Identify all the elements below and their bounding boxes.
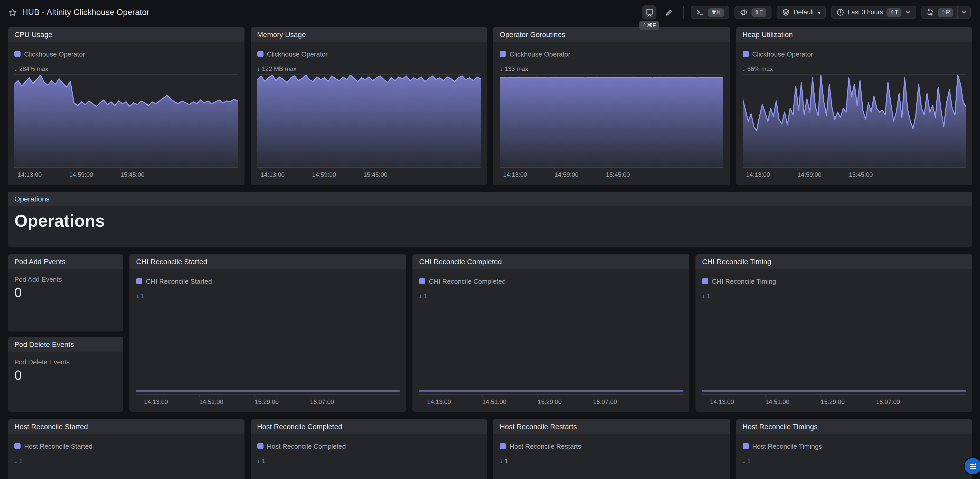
refresh-interval-dropdown[interactable] [958, 6, 970, 19]
panel-header[interactable]: Operator Goroutines [493, 27, 730, 42]
dashboard-title[interactable]: HUB - Altinity Clickhouse Operator [22, 8, 150, 17]
x-axis-tick-label: 15:45:00 [121, 171, 144, 178]
panel-title[interactable]: Operator Goroutines [500, 30, 565, 38]
panel-title[interactable]: CHI Reconcile Started [136, 257, 207, 266]
panel-header[interactable]: CPU Usage [8, 27, 244, 42]
legend-item[interactable]: Clickhouse Operator [500, 49, 723, 59]
panel-title[interactable]: Host Reconcile Timings [743, 423, 818, 431]
panel-header[interactable]: Pod Delete Events [8, 337, 123, 351]
x-axis-tick-label: 15:29:00 [821, 398, 845, 405]
x-axis-tick-label: 14:13:00 [18, 171, 41, 178]
nav-toolbar: ⇧⌘F ⌘K [642, 5, 971, 19]
series-max-label: ↓ 1 [702, 292, 966, 300]
toolbar-divider [683, 6, 684, 19]
legend-item[interactable]: CHI Reconcile Completed [419, 276, 682, 286]
panel-header[interactable]: Memory Usage [250, 27, 487, 42]
panel-body: Host Reconcile Completed↓ 114:13:0014:51… [250, 434, 487, 479]
legend-swatch [419, 278, 425, 284]
panel-header[interactable]: Pod Add Events [8, 254, 123, 269]
panel-title[interactable]: CHI Reconcile Timing [702, 257, 771, 266]
edit-dashboard-button[interactable] [662, 5, 676, 19]
legend-label: Host Reconcile Completed [267, 442, 346, 450]
panel-title[interactable]: Operations [14, 195, 49, 203]
panel-header[interactable]: Host Reconcile Timings [736, 419, 972, 434]
environment-dropdown[interactable]: Default ▾ [776, 6, 826, 19]
series-max-label: ↓ 122 MB max [257, 65, 480, 73]
x-axis-tick-label: 14:13:00 [144, 398, 168, 405]
star-icon[interactable] [8, 8, 17, 17]
panel-memory-usage: Memory UsageClickhouse Operator↓ 122 MB … [250, 27, 487, 185]
panel-title[interactable]: Host Reconcile Restarts [500, 423, 577, 431]
panel-header[interactable]: Host Reconcile Started [8, 419, 244, 434]
timeseries-chart[interactable]: 14:13:0014:59:0015:45:00 [500, 75, 723, 181]
series-max-label: ↓ 1 [136, 292, 399, 300]
search-button[interactable]: ⌘K [691, 6, 729, 19]
legend-item[interactable]: Host Reconcile Timings [743, 441, 966, 451]
stat-value: 0 [14, 285, 116, 301]
panel-title[interactable]: Pod Delete Events [14, 340, 74, 348]
x-axis-tick-label: 15:45:00 [848, 171, 872, 178]
series-max-label: ↓ 133 max [500, 65, 723, 73]
panel-host-reconcile-completed: Host Reconcile CompletedHost Reconcile C… [250, 419, 487, 479]
legend-item[interactable]: Host Reconcile Completed [257, 441, 480, 451]
panel-header[interactable]: CHI Reconcile Completed [412, 254, 689, 269]
x-axis-tick-label: 14:13:00 [261, 171, 284, 178]
legend-item[interactable]: CHI Reconcile Timing [702, 276, 966, 286]
series-max-label: ↓ 284% max [14, 65, 237, 73]
kiosk-mode-button[interactable]: ⇧⌘F [642, 5, 657, 19]
chevron-down-icon [905, 9, 911, 15]
legend-item[interactable]: Host Reconcile Restarts [500, 441, 723, 451]
panel-title[interactable]: Memory Usage [257, 30, 306, 38]
panel-title[interactable]: CPU Usage [14, 30, 52, 38]
timeseries-chart[interactable]: 14:13:0014:51:0015:29:0016:07:00 [14, 467, 237, 479]
timeseries-chart[interactable]: 14:13:0014:51:0015:29:0016:07:00 [743, 467, 966, 479]
x-axis-tick-label: 15:45:00 [606, 171, 630, 178]
refresh-icon [926, 8, 934, 16]
clock-icon [836, 8, 844, 16]
timeseries-chart[interactable]: 14:13:0014:51:0015:29:0016:07:00 [500, 467, 723, 479]
kiosk-shortcut-tooltip: ⇧⌘F [639, 21, 659, 30]
timeseries-chart[interactable]: 14:13:0014:59:0015:45:00 [743, 75, 966, 181]
legend-swatch [257, 443, 263, 449]
x-axis-tick-label: 14:51:00 [199, 398, 223, 405]
panel-row-operations-header: OperationsOperations [8, 192, 972, 247]
panel-header[interactable]: Heap Utilization [736, 27, 972, 42]
floating-menu-button[interactable] [964, 458, 980, 474]
refresh-button[interactable]: ⇧R [922, 6, 958, 19]
timeseries-chart[interactable]: 14:13:0014:51:0015:29:0016:07:00 [419, 302, 682, 408]
panel-header[interactable]: CHI Reconcile Started [129, 254, 406, 269]
panel-title[interactable]: Host Reconcile Completed [257, 423, 342, 431]
panel-header[interactable]: CHI Reconcile Timing [695, 254, 972, 269]
explore-button[interactable]: ⇧E [734, 6, 772, 19]
panel-title[interactable]: Heap Utilization [743, 30, 793, 38]
panel-pod-delete-events: Pod Delete EventsPod Delete Events0 [8, 337, 123, 412]
legend-item[interactable]: CHI Reconcile Started [136, 276, 399, 286]
refresh-shortcut-badge: ⇧R [938, 8, 953, 17]
x-axis-tick-label: 16:07:00 [593, 398, 617, 405]
timeseries-chart[interactable]: 14:13:0014:59:0015:45:00 [257, 75, 480, 181]
timeseries-chart[interactable]: 14:13:0014:51:0015:29:0016:07:00 [136, 302, 399, 408]
legend-item[interactable]: Clickhouse Operator [743, 49, 966, 59]
x-axis-tick-label: 16:07:00 [876, 398, 900, 405]
time-range-picker[interactable]: Last 3 hours ⇧T [831, 6, 916, 19]
legend-label: Host Reconcile Timings [752, 442, 822, 450]
time-range-label: Last 3 hours [848, 9, 883, 16]
legend-item[interactable]: Host Reconcile Started [14, 441, 237, 451]
time-shortcut-badge: ⇧T [887, 8, 901, 17]
stat-value: 0 [14, 367, 116, 383]
panel-header[interactable]: Host Reconcile Restarts [493, 419, 730, 434]
timeseries-chart[interactable]: 14:13:0014:51:0015:29:0016:07:00 [257, 467, 480, 479]
timeseries-chart[interactable]: 14:13:0014:59:0015:45:00 [14, 75, 237, 181]
legend-item[interactable]: Clickhouse Operator [257, 49, 480, 59]
legend-item[interactable]: Clickhouse Operator [14, 49, 237, 59]
panel-header[interactable]: Operations [8, 192, 972, 206]
panel-title[interactable]: CHI Reconcile Completed [419, 257, 502, 266]
timeseries-chart[interactable]: 14:13:0014:51:0015:29:0016:07:00 [702, 302, 966, 408]
panel-title[interactable]: Host Reconcile Started [14, 423, 88, 431]
x-axis-tick-label: 15:45:00 [363, 171, 387, 178]
terminal-icon [696, 8, 705, 16]
panel-header[interactable]: Host Reconcile Completed [250, 419, 487, 434]
panel-title[interactable]: Pod Add Events [14, 257, 65, 266]
legend-swatch [500, 443, 506, 449]
panel-body: Pod Delete Events0 [8, 351, 123, 412]
